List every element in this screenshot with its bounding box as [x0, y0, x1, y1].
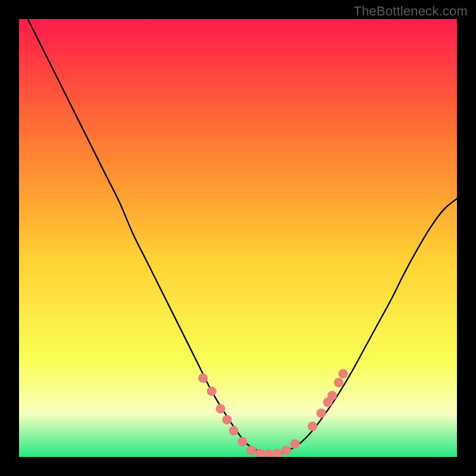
marker-dot [207, 387, 217, 396]
marker-dot [317, 408, 326, 418]
marker-dot [290, 439, 300, 449]
plot-area [19, 19, 457, 457]
bottleneck-curve [28, 19, 457, 455]
marker-dot [237, 437, 247, 446]
marker-dot [264, 450, 274, 457]
curve-layer [19, 19, 457, 457]
marker-dot [339, 369, 348, 378]
marker-dot [281, 446, 291, 455]
marker-group [198, 369, 348, 457]
chart-frame: TheBottleneck.com [0, 0, 476, 476]
watermark-text: TheBottleneck.com [353, 4, 468, 19]
marker-dot [308, 421, 317, 431]
marker-dot [216, 404, 226, 414]
marker-dot [229, 426, 239, 436]
marker-dot [273, 449, 282, 457]
marker-dot [334, 378, 343, 387]
marker-dot [327, 391, 337, 400]
marker-dot [223, 415, 232, 424]
marker-dot [198, 374, 208, 383]
marker-dot [246, 446, 256, 455]
